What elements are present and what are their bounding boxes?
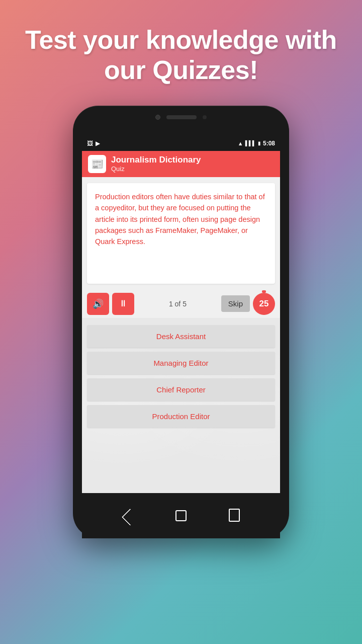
answer-button-1[interactable]: Managing Editor xyxy=(87,352,275,374)
app-logo-icon: 📰 xyxy=(88,155,106,173)
app-subtitle: Quiz xyxy=(111,165,201,173)
headline: Test your knowledge with our Quizzes! xyxy=(5,0,357,101)
answer-button-3[interactable]: Production Editor xyxy=(87,405,275,428)
answers-section: Desk AssistantManaging EditorChief Repor… xyxy=(82,318,280,493)
home-nav-icon[interactable] xyxy=(175,510,187,521)
answer-button-2[interactable]: Chief Reporter xyxy=(87,378,275,401)
progress-indicator: 1 of 5 xyxy=(137,300,218,308)
app-title: Journalism Dictionary xyxy=(111,155,201,165)
back-nav-icon[interactable] xyxy=(122,508,139,525)
front-camera xyxy=(155,115,160,120)
wifi-icon: ▲ xyxy=(238,140,243,146)
proximity-sensor xyxy=(203,115,207,119)
status-right-area: ▲ ▌▌▌ ▮ 5:08 xyxy=(238,140,275,147)
phone-screen: 🖼 ▶ ▲ ▌▌▌ ▮ 5:08 📰 Journalism Dictionary… xyxy=(82,136,280,493)
definition-card: Production editors often have duties sim… xyxy=(87,183,275,284)
answer-button-0[interactable]: Desk Assistant xyxy=(87,325,275,348)
recent-apps-nav-icon[interactable] xyxy=(230,510,239,521)
phone-top-bar xyxy=(155,115,207,120)
controls-bar: 🔊 ⏸ 1 of 5 Skip 25 xyxy=(82,290,280,318)
timer-value: 25 xyxy=(259,299,269,309)
volume-icon: 🔊 xyxy=(93,298,104,309)
battery-icon: ▮ xyxy=(258,140,261,146)
volume-button[interactable]: 🔊 xyxy=(87,293,109,315)
phone-navigation-bar xyxy=(82,493,280,538)
pause-icon: ⏸ xyxy=(119,298,128,309)
skip-button[interactable]: Skip xyxy=(221,295,250,312)
timer-badge: 25 xyxy=(253,293,275,315)
definition-text: Production editors often have duties sim… xyxy=(95,191,267,248)
play-status-icon: ▶ xyxy=(96,140,100,147)
phone-device: 🖼 ▶ ▲ ▌▌▌ ▮ 5:08 📰 Journalism Dictionary… xyxy=(73,106,289,538)
time-display: 5:08 xyxy=(263,140,275,147)
pause-button[interactable]: ⏸ xyxy=(112,293,134,315)
app-title-group: Journalism Dictionary Quiz xyxy=(111,155,201,173)
status-bar: 🖼 ▶ ▲ ▌▌▌ ▮ 5:08 xyxy=(82,136,280,151)
image-status-icon: 🖼 xyxy=(87,140,93,147)
status-left-icons: 🖼 ▶ xyxy=(87,140,100,147)
earpiece-speaker xyxy=(166,115,197,119)
signal-icon: ▌▌▌ xyxy=(245,140,256,146)
app-toolbar: 📰 Journalism Dictionary Quiz xyxy=(82,151,280,177)
